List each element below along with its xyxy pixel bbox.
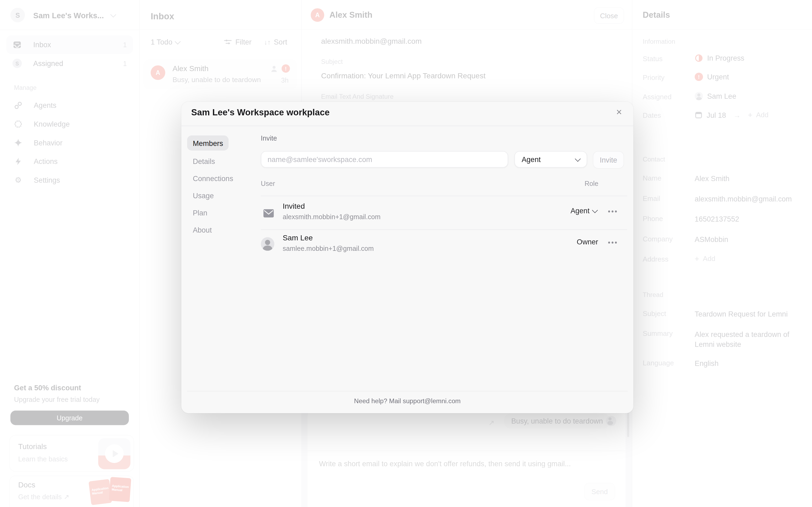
tab-label: Connections (193, 174, 233, 182)
contact-phone-value[interactable]: 16502137552 (695, 215, 739, 223)
details-panel: Details Information Status In Progress P… (632, 0, 812, 507)
contact-company-value[interactable]: ASMobbin (695, 235, 728, 243)
user-column-header: User (261, 180, 275, 187)
assigned-count-badge: 1 (123, 60, 127, 67)
member-avatar (261, 237, 274, 250)
docs-card[interactable]: Docs Get the details ↗ Application Manua… (9, 475, 134, 507)
tab-details[interactable]: Details (187, 154, 234, 169)
field-label: Status (643, 55, 663, 63)
date-text: Jul 18 (707, 111, 726, 119)
member-row-invited: Invited alexsmith.mobbin+1@gmail.com Age… (261, 196, 627, 230)
divider (632, 29, 812, 30)
close-icon[interactable]: × (616, 107, 622, 118)
workspace-switcher[interactable]: S Sam Lee's Works... (10, 7, 130, 23)
field-label: Email (643, 195, 660, 203)
sidebar-item-assigned[interactable]: S Assigned 1 (6, 54, 133, 73)
status-value[interactable]: In Progress (695, 54, 744, 62)
conversation-list-item[interactable]: A Alex Smith ! Busy, unable to do teardo… (143, 59, 297, 89)
dates-value[interactable]: Jul 18 → + Add (695, 111, 768, 119)
subject-field-value[interactable]: Confirmation: Your Lemni App Teardown Re… (321, 72, 486, 80)
row-menu-button[interactable]: ••• (608, 239, 618, 246)
row-menu-button[interactable]: ••• (608, 208, 618, 215)
add-date-label[interactable]: Add (756, 111, 769, 119)
inbox-icon (12, 40, 22, 49)
sidebar-item-settings[interactable]: ⚙ Settings (6, 171, 133, 190)
sidebar-item-actions[interactable]: Actions (6, 152, 133, 171)
behavior-sparkle-icon (14, 139, 22, 147)
tab-members[interactable]: Members (187, 135, 229, 151)
assigned-value[interactable]: Sam Lee (695, 92, 736, 100)
sort-label: Sort (274, 38, 287, 46)
status-in-progress-icon (695, 54, 703, 62)
sidebar-item-label: Inbox (33, 41, 51, 49)
docs-thumbnail: Application Manual (109, 477, 131, 502)
contact-name-value[interactable]: Alex Smith (695, 174, 729, 183)
sidebar-item-label: Agents (34, 101, 56, 109)
invite-button[interactable]: Invite (593, 151, 624, 169)
modal-footer-divider (187, 391, 628, 391)
invite-email-input[interactable] (261, 151, 508, 168)
knowledge-dotted-circle-icon (14, 120, 22, 128)
tab-label: About (193, 226, 212, 234)
sidebar: S Sam Lee's Works... Inbox 1 S Assigned … (0, 0, 139, 507)
chat-message-bubble: Busy, unable to do teardown (504, 413, 610, 429)
email-contact-avatar: A (311, 8, 324, 22)
contact-section-label: Contact (643, 156, 665, 163)
tab-connections[interactable]: Connections (187, 171, 234, 186)
todo-filter-dropdown[interactable]: 1 Todo (151, 36, 180, 48)
modal-header-divider (181, 125, 633, 126)
contact-email-value[interactable]: alexsmith.mobbin@gmail.com (695, 195, 792, 203)
to-field-value[interactable]: alexsmith.mobbin@gmail.com (321, 37, 422, 45)
divider (301, 29, 632, 30)
sidebar-item-knowledge[interactable]: Knowledge (6, 115, 133, 133)
field-label: Company (643, 235, 673, 243)
divider (308, 451, 626, 451)
priority-urgent-icon: ! (695, 73, 703, 81)
message-time: 3h (281, 76, 289, 84)
assigned-avatar-icon: S (12, 59, 22, 68)
compose-input[interactable] (318, 459, 611, 468)
role-select[interactable]: Agent (514, 151, 587, 168)
member-role-dropdown[interactable]: Agent (571, 207, 597, 215)
sent-arrow-icon: ↗ (489, 418, 495, 427)
upgrade-button[interactable]: Upgrade (10, 411, 129, 425)
tutorials-card[interactable]: Tutorials Learn the basics (9, 435, 134, 472)
chevron-down-icon (575, 156, 581, 162)
status-text: In Progress (707, 54, 745, 62)
contact-avatar: A (151, 65, 165, 80)
send-button[interactable]: Send (584, 483, 615, 501)
tab-usage[interactable]: Usage (187, 188, 234, 203)
add-address-button[interactable]: + Add (695, 254, 715, 263)
tab-about[interactable]: About (187, 222, 234, 237)
thread-subject-value: Teardown Request for Lemni (695, 310, 788, 318)
agent-avatar (606, 416, 616, 426)
sidebar-item-agents[interactable]: Agents (6, 96, 133, 115)
thread-section-label: Thread (643, 291, 663, 298)
priority-text: Urgent (707, 73, 729, 81)
tab-plan[interactable]: Plan (187, 205, 234, 220)
sidebar-item-inbox[interactable]: Inbox 1 (6, 36, 133, 54)
filter-button[interactable]: Filter (224, 36, 252, 48)
tab-label: Members (193, 139, 223, 147)
sidebar-item-behavior[interactable]: Behavior (6, 133, 133, 152)
filter-icon (224, 39, 232, 45)
sidebar-item-label: Actions (34, 157, 58, 166)
play-icon[interactable] (105, 444, 124, 463)
field-label: Language (643, 359, 674, 367)
tutorials-title: Tutorials (18, 442, 47, 451)
plus-icon[interactable]: + (748, 111, 752, 119)
tab-label: Usage (193, 191, 214, 200)
assignee-name: Sam Lee (707, 92, 736, 100)
chat-card: ↗ Busy, unable to do teardown Send (308, 409, 626, 507)
tutorials-subtitle: Learn the basics (18, 455, 68, 463)
contact-name: Alex Smith (172, 64, 208, 73)
workspace-name: Sam Lee's Works... (33, 11, 104, 19)
chevron-down-icon (592, 207, 598, 213)
sort-button[interactable]: ↓↑ Sort (264, 36, 287, 48)
modal-title: Sam Lee's Workspace workplace (191, 108, 330, 118)
tab-label: Details (193, 157, 215, 165)
settings-gear-icon: ⚙ (14, 175, 22, 185)
priority-value[interactable]: ! Urgent (695, 73, 729, 81)
actions-bolt-icon (14, 157, 22, 166)
close-button[interactable]: Close (594, 7, 624, 24)
